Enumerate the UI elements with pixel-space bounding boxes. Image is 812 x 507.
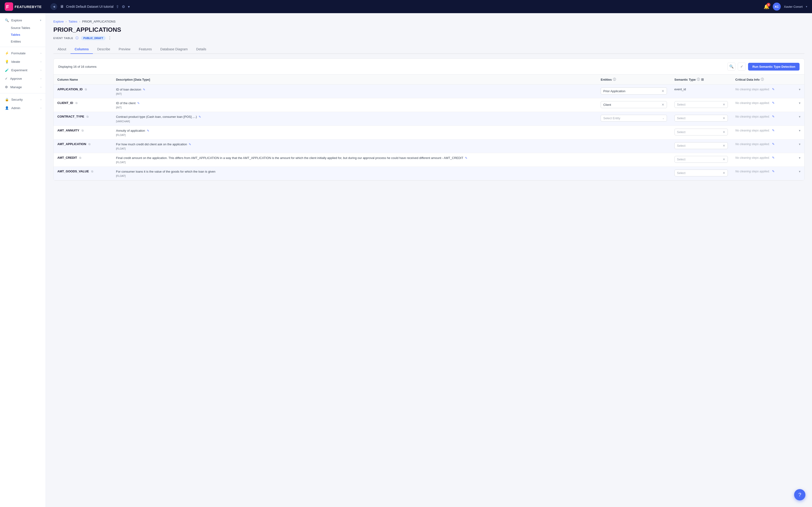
copy-icon[interactable]: ⧉ xyxy=(75,101,77,105)
cell-expand-3: ▾ xyxy=(795,125,804,139)
edit-critical-icon[interactable]: ✎ xyxy=(772,170,774,173)
expand-arrow[interactable]: ▾ xyxy=(799,156,801,160)
copy-icon[interactable]: ⧉ xyxy=(88,143,90,146)
sidebar-item-source-tables[interactable]: Source Tables xyxy=(0,24,46,31)
close-icon[interactable]: ✕ xyxy=(723,144,725,148)
edit-critical-icon[interactable]: ✎ xyxy=(772,115,774,118)
critical-help-icon[interactable]: ⓘ xyxy=(761,77,764,81)
entity-select-client-id[interactable]: Client ✕ xyxy=(601,101,667,108)
chevron-down-icon[interactable]: ⌄ xyxy=(662,117,664,120)
sidebar-item-label-security: Security xyxy=(11,98,23,101)
sidebar-item-entities[interactable]: Entities xyxy=(0,38,46,45)
filter-icon[interactable]: ⊞ xyxy=(701,77,704,81)
sidebar-item-experiment[interactable]: 🧪 Experiment › xyxy=(0,66,46,74)
sidebar-sub-label-source-tables: Source Tables xyxy=(11,26,30,30)
more-options-icon[interactable]: ⋮ xyxy=(108,36,112,40)
notifications-button[interactable]: 🔔 4 xyxy=(763,4,769,9)
help-fab-button[interactable]: ? xyxy=(794,489,805,500)
entities-help-icon[interactable]: ⓘ xyxy=(613,77,616,81)
edit-icon[interactable]: ✎ xyxy=(143,88,145,91)
cell-col-name: CLIENT_ID ⧉ xyxy=(54,98,112,112)
meta-help-icon[interactable]: ⓘ xyxy=(75,36,78,40)
breadcrumb-current: PRIOR_APPLICATIONS xyxy=(82,20,115,23)
search-button[interactable]: 🔍 xyxy=(727,63,735,70)
expand-arrow[interactable]: ▾ xyxy=(799,129,801,132)
sidebar-item-admin[interactable]: 👤 Admin › xyxy=(0,104,46,112)
tab-about[interactable]: About xyxy=(53,45,70,54)
copy-icon[interactable]: ⧉ xyxy=(91,170,93,173)
sidebar-item-tables[interactable]: Tables xyxy=(0,31,46,38)
run-semantic-detection-button[interactable]: Run Semantic Type Detection xyxy=(748,63,800,70)
copy-icon[interactable]: ⧉ xyxy=(79,156,81,159)
edit-icon[interactable]: ✎ xyxy=(137,102,140,105)
edit-critical-icon[interactable]: ✎ xyxy=(772,101,774,105)
close-icon[interactable]: ✕ xyxy=(723,130,725,134)
sidebar-item-approve[interactable]: ✓ Approve › xyxy=(0,74,46,83)
semantic-select-amt-application[interactable]: Select ✕ xyxy=(675,142,728,149)
edit-critical-icon[interactable]: ✎ xyxy=(772,156,774,159)
chevron-right-icon: › xyxy=(41,52,41,55)
semantic-select-amt-annuity[interactable]: Select ✕ xyxy=(675,129,728,135)
expand-arrow[interactable]: ▾ xyxy=(799,142,801,146)
semantic-help-icon[interactable]: ⓘ xyxy=(697,77,700,81)
sidebar-collapse-button[interactable]: ◀ xyxy=(51,3,57,10)
close-icon[interactable]: ✕ xyxy=(723,158,725,161)
semantic-select-amt-credit[interactable]: Select ✕ xyxy=(675,156,728,163)
sidebar-item-formulate[interactable]: ⚡ Formulate › xyxy=(0,49,46,57)
entity-select-contract-type[interactable]: Select Entity ⌄ xyxy=(601,115,667,122)
sidebar-item-label-explore: Explore xyxy=(11,18,22,22)
entity-close-icon[interactable]: ✕ xyxy=(662,89,664,93)
semantic-select-contract-type[interactable]: Select ✕ xyxy=(675,115,728,122)
edit-icon[interactable]: ✎ xyxy=(465,156,467,160)
chevron-down-icon: ▾ xyxy=(40,19,41,22)
settings-button[interactable]: ⚙ xyxy=(122,4,125,9)
chevron-down-button[interactable]: ▾ xyxy=(128,4,130,9)
edit-icon[interactable]: ✎ xyxy=(147,129,149,132)
edit-critical-icon[interactable]: ✎ xyxy=(772,142,774,146)
copy-icon[interactable]: ⧉ xyxy=(81,129,84,132)
copy-icon[interactable]: ⧉ xyxy=(86,115,88,118)
edit-icon[interactable]: ✎ xyxy=(189,143,191,146)
copy-icon[interactable]: ⧉ xyxy=(85,88,87,91)
cell-expand-5: ▾ xyxy=(795,153,804,167)
close-icon[interactable]: ✕ xyxy=(723,116,725,120)
sidebar-item-ideate[interactable]: 💡 Ideate › xyxy=(0,57,46,66)
tab-features[interactable]: Features xyxy=(135,45,156,54)
semantic-select-amt-goods-value[interactable]: Select ✕ xyxy=(675,170,728,176)
tab-columns[interactable]: Columns xyxy=(70,45,93,54)
share-button[interactable]: ⇧ xyxy=(116,4,119,9)
cell-semantic-5: Select ✕ xyxy=(671,153,732,167)
chevron-right-icon-security: › xyxy=(41,98,41,101)
tab-details[interactable]: Details xyxy=(192,45,211,54)
expand-arrow[interactable]: ▾ xyxy=(799,101,801,105)
edit-critical-icon[interactable]: ✎ xyxy=(772,88,774,91)
user-area: 🔔 4 XC Xavier Conort ▾ xyxy=(763,3,807,11)
tab-database-diagram[interactable]: Database Diagram xyxy=(156,45,192,54)
entity-select-application-id[interactable]: Prior Application ✕ xyxy=(601,88,667,95)
th-expand xyxy=(795,74,804,84)
table-head: Column Name Description [Data Type] Enti… xyxy=(54,74,804,84)
expand-arrow[interactable]: ▾ xyxy=(799,88,801,91)
close-icon[interactable]: ✕ xyxy=(723,171,725,175)
sidebar-item-label-formulate: Formulate xyxy=(11,52,25,55)
user-name: Xavier Conort xyxy=(784,5,803,8)
sidebar-item-explore[interactable]: 🔍 Explore ▾ xyxy=(0,16,46,24)
edit-critical-icon[interactable]: ✎ xyxy=(772,129,774,132)
close-icon[interactable]: ✕ xyxy=(723,103,725,106)
svg-text:F: F xyxy=(6,4,9,9)
semantic-select-client-id[interactable]: Select ✕ xyxy=(675,101,728,108)
expand-arrow[interactable]: ▾ xyxy=(799,170,801,173)
edit-icon[interactable]: ✎ xyxy=(199,115,201,118)
cell-critical-1: No cleaning steps applied. ✎ xyxy=(732,98,795,112)
user-dropdown-icon[interactable]: ▾ xyxy=(806,5,807,8)
expand-arrow[interactable]: ▾ xyxy=(799,115,801,118)
sidebar-item-manage[interactable]: ⚙ Manage › xyxy=(0,83,46,91)
check-button[interactable]: ✓ xyxy=(738,63,746,70)
breadcrumb-tables[interactable]: Tables xyxy=(68,20,77,23)
tab-describe[interactable]: Describe xyxy=(93,45,114,54)
tab-preview[interactable]: Preview xyxy=(115,45,135,54)
entity-close-icon[interactable]: ✕ xyxy=(662,103,664,107)
breadcrumb-explore[interactable]: Explore xyxy=(53,20,64,23)
table-row: AMT_ANNUITY ⧉ Annuity of application ✎ [… xyxy=(54,125,804,139)
sidebar-item-security[interactable]: 🔒 Security › xyxy=(0,95,46,104)
